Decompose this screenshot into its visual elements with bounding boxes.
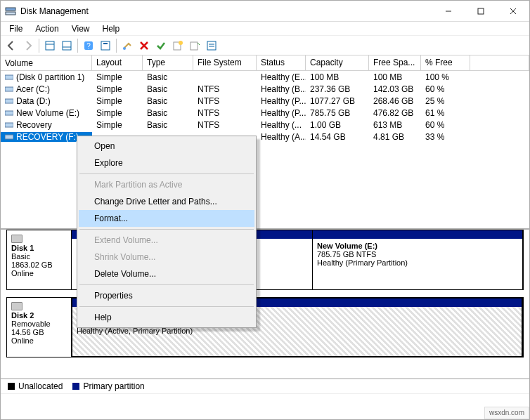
- volume-row[interactable]: Data (D:)SimpleBasicNTFSHealthy (P...107…: [1, 95, 529, 107]
- context-menu-item[interactable]: Properties: [79, 287, 254, 304]
- close-button[interactable]: [497, 1, 529, 21]
- legend-primary: Primary partition: [72, 381, 144, 391]
- volume-list-header: Volume Layout Type File System Status Ca…: [1, 55, 529, 71]
- context-menu-item: Shrink Volume...: [79, 249, 254, 265]
- maximize-button[interactable]: [465, 1, 497, 21]
- context-menu-separator: [79, 229, 254, 230]
- window-controls: [432, 1, 529, 21]
- menu-view[interactable]: View: [66, 22, 96, 35]
- swatch-unallocated: [8, 383, 15, 390]
- context-menu-item[interactable]: Delete Volume...: [79, 265, 254, 282]
- svg-rect-9: [101, 41, 110, 50]
- volume-row[interactable]: (Disk 0 partition 1)SimpleBasicHealthy (…: [1, 71, 529, 83]
- context-menu-item: Mark Partition as Active: [79, 176, 254, 193]
- col-header-status[interactable]: Status: [257, 55, 306, 70]
- toolbar: ?: [1, 36, 529, 55]
- svg-rect-10: [103, 43, 108, 44]
- context-menu-item: Extend Volume...: [79, 232, 254, 249]
- volume-row[interactable]: Acer (C:)SimpleBasicNTFSHealthy (B...237…: [1, 83, 529, 95]
- svg-rect-3: [46, 41, 54, 50]
- context-menu-item[interactable]: Format...: [79, 210, 254, 227]
- legend: Unallocated Primary partition: [1, 379, 529, 394]
- menu-action[interactable]: Action: [30, 22, 64, 35]
- svg-rect-22: [5, 123, 13, 127]
- status-text: wsxdn.com: [484, 407, 529, 419]
- svg-point-11: [123, 47, 126, 50]
- volume-name: New Volume (E:): [16, 108, 79, 118]
- volume-row[interactable]: New Volume (E:)SimpleBasicNTFSHealthy (P…: [1, 107, 529, 119]
- svg-rect-21: [5, 111, 13, 115]
- volume-name: (Disk 0 partition 1): [16, 72, 84, 82]
- app-icon: [5, 6, 16, 17]
- disk-icon: [11, 235, 22, 243]
- svg-point-13: [179, 41, 183, 45]
- volume-name: RECOVERY (F:): [16, 132, 79, 142]
- help-icon[interactable]: ?: [81, 38, 96, 53]
- col-header-capacity[interactable]: Capacity: [306, 55, 369, 70]
- window-title: Disk Management: [20, 6, 432, 16]
- svg-rect-19: [5, 87, 13, 91]
- volume-name: Acer (C:): [16, 84, 50, 94]
- svg-rect-2: [478, 8, 484, 14]
- svg-rect-23: [5, 135, 13, 139]
- col-header-volume[interactable]: Volume: [1, 55, 92, 70]
- legend-unallocated: Unallocated: [8, 381, 63, 391]
- col-header-layout[interactable]: Layout: [92, 55, 143, 70]
- col-header-free[interactable]: Free Spa...: [369, 55, 421, 70]
- context-menu-separator: [79, 173, 254, 174]
- svg-rect-18: [5, 75, 13, 79]
- svg-rect-0: [6, 8, 15, 11]
- attach-icon[interactable]: [187, 38, 202, 53]
- svg-rect-1: [6, 12, 15, 15]
- minimize-button[interactable]: [432, 1, 465, 21]
- context-menu-item[interactable]: Explore: [79, 155, 254, 171]
- context-menu-item[interactable]: Open: [79, 138, 254, 155]
- disk-label: Disk 2 Removable 14.56 GB Online: [7, 298, 72, 357]
- svg-rect-14: [190, 42, 198, 50]
- volume-row[interactable]: RecoverySimpleBasicNTFSHealthy (...1.00 …: [1, 119, 529, 131]
- disk-icon: [11, 302, 22, 310]
- settings-icon[interactable]: [98, 38, 113, 53]
- volume-name: Data (D:): [16, 96, 51, 106]
- view-bottom-icon[interactable]: [59, 38, 75, 53]
- disk-label: Disk 1 Basic 1863.02 GB Online: [7, 230, 72, 289]
- forward-button[interactable]: [20, 38, 36, 53]
- swatch-primary: [72, 383, 79, 390]
- svg-rect-15: [207, 41, 216, 50]
- menubar: File Action View Help: [1, 22, 529, 36]
- context-menu-separator: [79, 284, 254, 285]
- svg-rect-5: [63, 41, 71, 50]
- svg-text:?: ?: [86, 42, 91, 50]
- refresh-icon[interactable]: [119, 38, 135, 53]
- delete-icon[interactable]: [136, 38, 152, 53]
- col-header-filesystem[interactable]: File System: [193, 55, 257, 70]
- menu-file[interactable]: File: [4, 22, 28, 35]
- partition[interactable]: New Volume (E:) 785.75 GB NTFS Healthy (…: [312, 230, 523, 290]
- context-menu-item[interactable]: Help: [79, 309, 254, 326]
- volume-name: Recovery: [16, 120, 52, 130]
- context-menu: OpenExploreMark Partition as ActiveChang…: [77, 136, 257, 328]
- back-button[interactable]: [4, 38, 19, 53]
- menu-help[interactable]: Help: [97, 22, 126, 35]
- context-menu-separator: [79, 306, 254, 307]
- view-top-icon[interactable]: [42, 38, 58, 53]
- col-header-type[interactable]: Type: [143, 55, 193, 70]
- apply-icon[interactable]: [153, 38, 169, 53]
- context-menu-item[interactable]: Change Drive Letter and Paths...: [79, 193, 254, 210]
- new-partition-icon[interactable]: [170, 38, 186, 53]
- svg-rect-20: [5, 99, 13, 103]
- col-header-pct[interactable]: % Free: [421, 55, 470, 70]
- properties-icon[interactable]: [204, 38, 219, 53]
- titlebar: Disk Management: [1, 1, 529, 22]
